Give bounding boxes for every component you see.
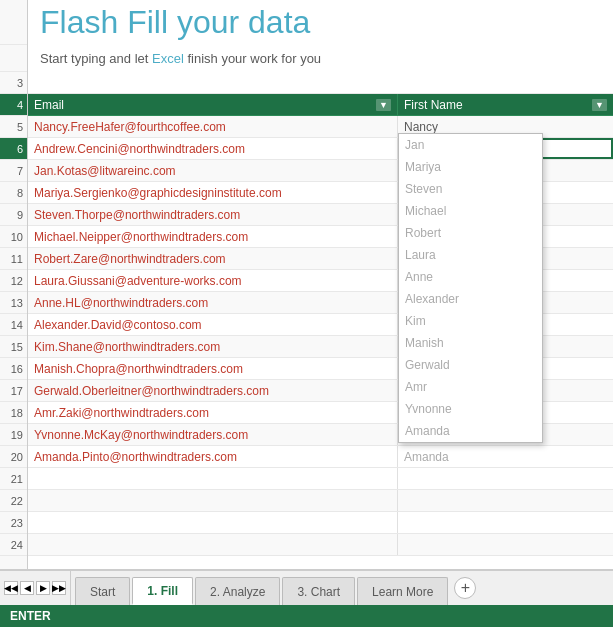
email-filter-button[interactable]: ▼ <box>376 99 391 111</box>
row-num-3: 3 <box>0 72 27 94</box>
row-num-9: 9 <box>0 204 27 226</box>
email-cell: Manish.Chopra@northwindtraders.com <box>28 358 398 379</box>
subtitle-row: Start typing and let Excel finish your w… <box>28 45 613 72</box>
ff-option[interactable]: Amanda <box>399 420 542 442</box>
nav-left-button[interactable]: ◀ <box>20 581 34 595</box>
email-cell: Steven.Thorpe@northwindtraders.com <box>28 204 398 225</box>
spreadsheet-area: 3 4 5 6 7 8 9 10 11 12 13 14 15 16 17 18… <box>0 0 613 569</box>
email-cell: Amanda.Pinto@northwindtraders.com <box>28 446 398 467</box>
tab-bar: ◀◀ ◀ ▶ ▶▶ Start 1. Fill 2. Analyze 3. Ch… <box>0 569 613 605</box>
title-row: Flash Fill your data <box>28 0 613 45</box>
ff-option[interactable]: Steven <box>399 178 542 200</box>
empty-data-row <box>28 468 613 490</box>
row-num-21: 21 <box>0 468 27 490</box>
email-cell: Anne.HL@northwindtraders.com <box>28 292 398 313</box>
tab-chart[interactable]: 3. Chart <box>282 577 355 605</box>
content-area: Flash Fill your data Start typing and le… <box>28 0 613 569</box>
ff-option[interactable]: Amr <box>399 376 542 398</box>
subtitle-text: Start typing and let Excel finish your w… <box>40 51 321 66</box>
row-num-6-active: 6 <box>0 138 27 160</box>
row-num-7: 7 <box>0 160 27 182</box>
nav-right-end-button[interactable]: ▶▶ <box>52 581 66 595</box>
row-num-11: 11 <box>0 248 27 270</box>
row-num-12: 12 <box>0 270 27 292</box>
row-num-20: 20 <box>0 446 27 468</box>
ff-option[interactable]: Kim <box>399 310 542 332</box>
email-cell: Yvnonne.McKay@northwindtraders.com <box>28 424 398 445</box>
tab-start[interactable]: Start <box>75 577 130 605</box>
tab-fill-active[interactable]: 1. Fill <box>132 577 193 605</box>
email-cell: Robert.Zare@northwindtraders.com <box>28 248 398 269</box>
row-num-8: 8 <box>0 182 27 204</box>
ff-option[interactable]: Anne <box>399 266 542 288</box>
row-num-23: 23 <box>0 512 27 534</box>
row-num-10: 10 <box>0 226 27 248</box>
tab-analyze[interactable]: 2. Analyze <box>195 577 280 605</box>
email-cell: Jan.Kotas@litwareinc.com <box>28 160 398 181</box>
sheet-tabs: Start 1. Fill 2. Analyze 3. Chart Learn … <box>71 571 476 605</box>
nav-left-start-button[interactable]: ◀◀ <box>4 581 18 595</box>
data-row[interactable]: Amanda.Pinto@northwindtraders.com Amanda <box>28 446 613 468</box>
column-header-row: Email ▼ First Name ▼ <box>28 94 613 116</box>
email-cell: Nancy.FreeHafer@fourthcoffee.com <box>28 116 398 137</box>
email-column-header: Email ▼ <box>28 94 398 115</box>
email-cell: Mariya.Sergienko@graphicdesigninstitute.… <box>28 182 398 203</box>
ff-option[interactable]: Robert <box>399 222 542 244</box>
ff-option[interactable]: Yvnonne <box>399 398 542 420</box>
ff-option[interactable]: Gerwald <box>399 354 542 376</box>
row-num-18: 18 <box>0 402 27 424</box>
status-bar: ENTER <box>0 605 613 627</box>
page-title: Flash Fill your data <box>40 4 310 41</box>
ff-option[interactable]: Laura <box>399 244 542 266</box>
email-cell: Gerwald.Oberleitner@northwindtraders.com <box>28 380 398 401</box>
name-cell: Amanda <box>398 446 613 467</box>
row-num-13: 13 <box>0 292 27 314</box>
email-cell: Kim.Shane@northwindtraders.com <box>28 336 398 357</box>
row-num-24: 24 <box>0 534 27 556</box>
empty-row-3 <box>28 72 613 94</box>
row-num-17: 17 <box>0 380 27 402</box>
row-num-14: 14 <box>0 314 27 336</box>
empty-data-row <box>28 490 613 512</box>
email-cell: Amr.Zaki@northwindtraders.com <box>28 402 398 423</box>
ff-option[interactable]: Jan <box>399 134 542 156</box>
ff-option[interactable]: Mariya <box>399 156 542 178</box>
flash-fill-dropdown[interactable]: Jan Mariya Steven Michael Robert Laura A… <box>398 133 543 443</box>
row-num-15: 15 <box>0 336 27 358</box>
row-num-22: 22 <box>0 490 27 512</box>
email-cell: Laura.Giussani@adventure-works.com <box>28 270 398 291</box>
status-text: ENTER <box>10 609 51 623</box>
excel-brand: Excel <box>152 51 184 66</box>
tab-learn-more[interactable]: Learn More <box>357 577 448 605</box>
ff-option[interactable]: Michael <box>399 200 542 222</box>
empty-data-row <box>28 512 613 534</box>
firstname-column-header: First Name ▼ <box>398 94 613 115</box>
row-numbers-column: 3 4 5 6 7 8 9 10 11 12 13 14 15 16 17 18… <box>0 0 28 569</box>
email-cell: Alexander.David@contoso.com <box>28 314 398 335</box>
email-cell: Michael.Neipper@northwindtraders.com <box>28 226 398 247</box>
sheet-nav-arrows: ◀◀ ◀ ▶ ▶▶ <box>0 571 71 605</box>
add-sheet-button[interactable]: + <box>454 577 476 599</box>
email-cell: Andrew.Cencini@northwindtraders.com <box>28 138 398 159</box>
ff-option[interactable]: Alexander <box>399 288 542 310</box>
nav-right-button[interactable]: ▶ <box>36 581 50 595</box>
firstname-filter-button[interactable]: ▼ <box>592 99 607 111</box>
workbook: 3 4 5 6 7 8 9 10 11 12 13 14 15 16 17 18… <box>0 0 613 627</box>
row-num-16: 16 <box>0 358 27 380</box>
empty-data-row <box>28 534 613 556</box>
row-num-4: 4 <box>0 94 27 116</box>
ff-option[interactable]: Manish <box>399 332 542 354</box>
row-num-5: 5 <box>0 116 27 138</box>
row-num-19: 19 <box>0 424 27 446</box>
